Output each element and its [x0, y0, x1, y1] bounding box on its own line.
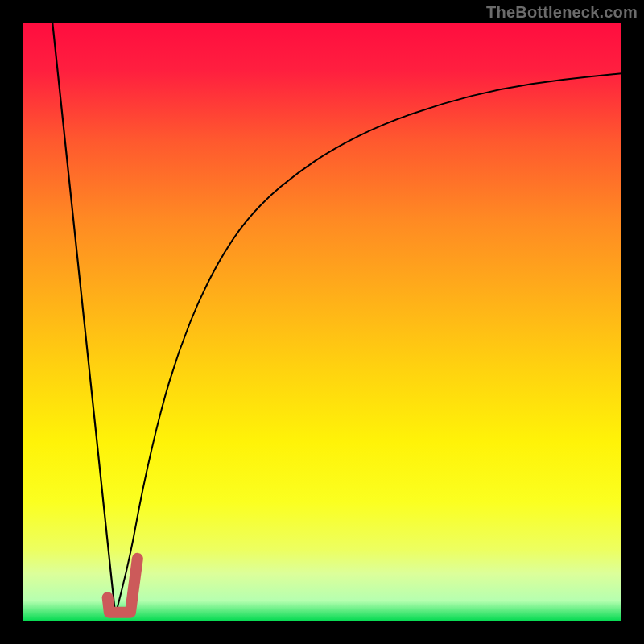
chart-svg — [23, 23, 621, 621]
chart-frame: TheBottleneck.com — [0, 0, 644, 644]
gradient-background — [23, 23, 621, 621]
plot-area — [23, 23, 621, 621]
watermark-text: TheBottleneck.com — [486, 3, 638, 22]
